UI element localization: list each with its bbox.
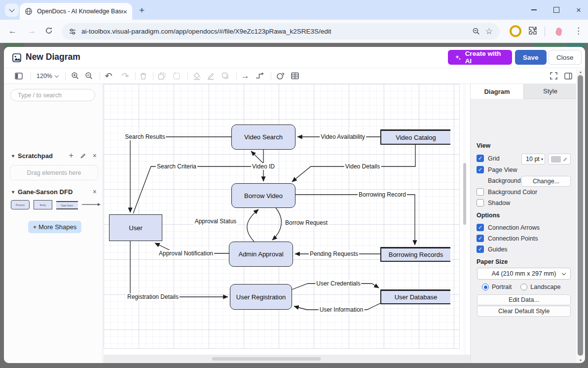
shape-thumb-flow-arrow[interactable] [82,203,101,206]
scratchpad-close-icon[interactable]: × [93,152,97,160]
portrait-radio[interactable] [482,284,489,290]
edge-label-11[interactable]: User Credentials [315,280,361,287]
elbow-connector-icon[interactable] [252,68,267,83]
diagram-node-borrow-video[interactable]: Borrow Video [231,183,295,208]
shape-search-input[interactable] [17,91,89,99]
diagram-node-borrowing-records[interactable]: Borrowing Records [380,247,450,262]
scroll-down-icon[interactable]: ▼ [576,359,585,362]
shapes-section-close-icon[interactable]: × [93,188,97,196]
edge-label-4[interactable]: Video Details [344,163,381,170]
create-with-ai-button[interactable]: Create with AI [448,50,512,65]
background-change-button[interactable]: Change... [521,176,571,187]
zoom-out-icon[interactable] [82,68,96,83]
grid-size-spinner[interactable]: 10 pt ▲▼ [521,154,545,164]
edit-data-button[interactable]: Edit Data... [477,294,571,305]
diagram-node-user[interactable]: User [109,214,162,241]
menu-kebab-icon[interactable]: ⋮ [574,26,583,36]
edge-label-8[interactable]: Approval Notification [158,250,214,257]
bookmark-star-icon[interactable]: ☆ [485,26,493,37]
paper-size-select[interactable]: A4 (210 mm x 297 mm) [477,268,571,280]
copy-icon[interactable] [155,68,169,83]
connection-arrows-checkbox[interactable] [477,224,484,231]
url-bar[interactable]: ai-toolbox.visual-paradigm.com/app/opend… [62,23,500,40]
scratchpad-dropzone[interactable]: Drag elements here [10,165,98,180]
page-zoom-icon[interactable] [472,27,480,36]
window-maximize-icon[interactable] [553,7,559,13]
more-shapes-button[interactable]: + More Shapes [28,221,81,233]
tab-close-icon[interactable]: × [123,8,127,15]
diagram-canvas[interactable]: Video SearchVideo CatalogBorrow VideoUse… [104,84,470,363]
canvas-hscroll-thumb[interactable] [212,357,321,361]
redo-icon[interactable]: ↷ [118,68,132,83]
edge-label-3[interactable]: Video ID [251,163,276,170]
extension-ring-icon[interactable] [510,25,521,37]
fullscreen-icon[interactable] [547,68,560,83]
toggle-left-panel-icon[interactable] [12,68,26,83]
zoom-level-dropdown[interactable]: 120% [35,68,60,83]
shadow-icon[interactable] [219,68,232,83]
scratchpad-add-icon[interactable]: + [69,151,73,160]
scratchpad-edit-icon[interactable] [80,153,86,159]
extensions-puzzle-icon[interactable] [528,26,538,36]
undo-icon[interactable]: ↶ [102,68,115,83]
shadow-checkbox[interactable] [477,199,484,206]
diagram-node-user-database[interactable]: User Database [380,289,450,304]
edge-label-9[interactable]: Pending Requests [309,250,359,257]
grid-checkbox[interactable] [477,155,484,162]
toggle-right-panel-icon[interactable] [561,68,575,83]
edge-label-7[interactable]: Borrow Request [284,219,329,226]
canvas-horizontal-scrollbar[interactable] [104,355,470,363]
diagram-node-admin-approval[interactable]: Admin Approval [229,242,293,267]
grid-color-button[interactable] [548,154,571,164]
shape-replace-icon[interactable] [273,68,288,83]
landscape-radio[interactable] [520,284,527,290]
page-view-checkbox[interactable] [477,166,484,173]
fill-color-icon[interactable] [190,68,204,83]
browser-tab[interactable]: OpenDocs - AI Knowledge Base × [20,3,132,20]
window-close-icon[interactable]: × [576,6,581,14]
zoom-in-icon[interactable] [68,68,82,83]
edge-label-2[interactable]: Video Availability [320,133,366,140]
canvas-vscroll-thumb[interactable] [463,163,466,225]
collapse-caret-icon[interactable]: ▾ [12,189,14,195]
diagram-node-video-catalog[interactable]: Video Catalog [380,129,450,145]
straight-connector-icon[interactable]: → [238,68,252,83]
forward-icon[interactable]: → [28,26,36,36]
window-minimize-icon[interactable] [531,9,537,10]
paste-style-icon[interactable] [170,68,184,83]
clear-default-style-button[interactable]: Clear Default Style [477,306,571,317]
page-scroll-thumb[interactable] [578,75,583,356]
edge-label-6[interactable]: Approval Status [194,218,238,225]
shape-thumb-entity[interactable]: Entity [34,200,52,209]
shape-search[interactable] [10,89,95,101]
url-text[interactable]: ai-toolbox.visual-paradigm.com/app/opend… [81,28,467,35]
site-settings-icon[interactable] [69,28,76,36]
edge-label-12[interactable]: User Information [319,306,365,313]
table-icon[interactable] [288,68,302,83]
diagram-node-user-registration[interactable]: User Registration [230,284,292,310]
edge-label-10[interactable]: Registration Details [126,293,180,300]
connection-points-checkbox[interactable] [477,235,484,242]
diagram-node-video-search[interactable]: Video Search [231,124,295,150]
edge-label-1[interactable]: Search Criteria [156,163,197,170]
scroll-up-icon[interactable]: ▲ [576,70,585,74]
background-color-checkbox[interactable] [477,188,484,196]
delete-icon[interactable] [136,68,150,83]
new-tab-button[interactable]: + [139,5,145,16]
close-button[interactable]: Close [549,50,582,65]
line-color-icon[interactable] [204,68,218,83]
shape-thumb-data-store[interactable]: Data Store [56,201,78,209]
back-icon[interactable]: ← [8,26,17,36]
canvas-vertical-scrollbar[interactable] [463,84,466,355]
tab-search-chevron-button[interactable] [5,3,19,17]
tab-diagram[interactable]: Diagram [471,84,523,99]
save-button[interactable]: Save [515,50,547,65]
guides-checkbox[interactable] [477,245,484,253]
page-scrollbar[interactable]: ▲ ▼ [576,69,585,363]
shape-thumb-process[interactable]: Process [11,200,30,209]
tab-style[interactable]: Style [523,84,577,99]
edge-label-5[interactable]: Borrowing Record [358,191,407,198]
collapse-caret-icon[interactable]: ▾ [12,153,14,159]
reload-icon[interactable] [44,26,53,35]
edge-label-0[interactable]: Search Results [124,133,166,140]
